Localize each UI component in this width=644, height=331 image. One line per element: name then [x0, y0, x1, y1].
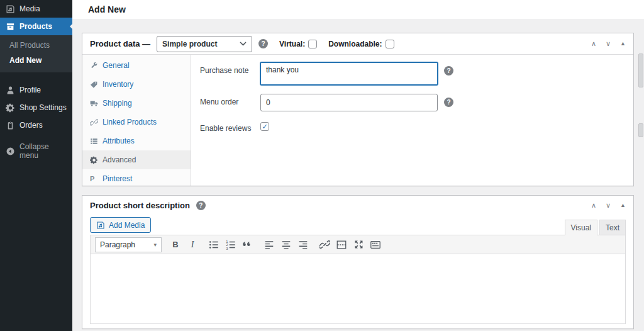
media-icon [6, 4, 15, 14]
tab-general[interactable]: General [82, 56, 191, 75]
help-icon[interactable]: ? [196, 201, 206, 210]
tab-label: Attributes [103, 137, 135, 145]
bold-button[interactable]: B [167, 237, 184, 252]
editor-container: Paragraph ▾ B I 123 [90, 235, 626, 324]
downloadable-label: Downloadable: [328, 40, 382, 48]
purchase-note-label: Purchase note [191, 62, 260, 75]
italic-button[interactable]: I [184, 237, 201, 252]
virtual-checkbox[interactable] [308, 40, 317, 48]
toggle-panel-icon[interactable]: ▲ [620, 41, 626, 47]
sidebar-item-products[interactable]: Products [0, 18, 72, 35]
tab-label: Pinterest [103, 174, 132, 183]
tab-shipping[interactable]: Shipping [82, 94, 191, 113]
editor-tools: Add Media Visual Text [90, 217, 626, 235]
products-icon [6, 22, 15, 31]
chevron-down-icon [240, 42, 247, 46]
submenu-item-add-new[interactable]: Add New [0, 53, 72, 68]
move-up-icon[interactable]: ∧ [591, 40, 596, 47]
editor-toolbar: Paragraph ▾ B I 123 [91, 235, 625, 254]
list-view-icon [90, 137, 98, 145]
tab-visual[interactable]: Visual [565, 220, 597, 235]
help-icon[interactable]: ? [444, 66, 453, 76]
orders-icon [6, 121, 15, 130]
sidebar-item-label: Profile [19, 86, 41, 94]
help-icon[interactable]: ? [444, 98, 453, 107]
paragraph-format-value: Paragraph [100, 240, 135, 249]
short-description-panel: Product short description ? ∧ ∨ ▲ Add Me… [82, 195, 634, 329]
products-submenu: All Products Add New [0, 35, 72, 72]
purchase-note-input[interactable]: thank you [260, 62, 438, 85]
enable-reviews-checkbox[interactable] [260, 122, 269, 131]
numbered-list-button[interactable]: 123 [223, 237, 239, 252]
virtual-label: Virtual: [279, 40, 305, 48]
postbox-handles: ∧ ∨ ▲ [591, 40, 626, 47]
fullscreen-button[interactable] [350, 237, 367, 252]
tab-label: Inventory [103, 80, 133, 89]
tab-label: Linked Products [103, 118, 157, 126]
insert-link-button[interactable] [316, 237, 333, 252]
tab-label: Shipping [103, 99, 132, 108]
sidebar-item-shop-settings[interactable]: Shop Settings [0, 99, 72, 116]
virtual-option[interactable]: Virtual: [279, 40, 317, 48]
product-data-title: Product data — [90, 39, 150, 48]
editor-content[interactable] [91, 254, 625, 323]
menu-order-input[interactable] [260, 94, 438, 111]
tag-icon [90, 81, 98, 89]
product-data-header: Product data — Simple product ? Virtual:… [82, 33, 633, 55]
downloadable-checkbox[interactable] [386, 40, 394, 48]
enable-reviews-label: Enable reviews [191, 120, 260, 133]
move-down-icon[interactable]: ∨ [606, 40, 611, 47]
media-icon [96, 221, 105, 230]
add-media-button[interactable]: Add Media [90, 217, 151, 233]
downloadable-option[interactable]: Downloadable: [328, 40, 394, 48]
tab-attributes[interactable]: Attributes [82, 132, 191, 150]
move-up-icon[interactable]: ∧ [591, 202, 596, 209]
scrollbar-thumb[interactable] [638, 53, 643, 87]
tab-label: General [103, 61, 130, 70]
product-data-panel: Product data — Simple product ? Virtual:… [82, 33, 634, 186]
sidebar-item-orders[interactable]: Orders [0, 116, 72, 134]
scrollbar-thumb-lower[interactable] [638, 123, 643, 137]
link-icon [90, 118, 98, 126]
submenu-item-all-products[interactable]: All Products [0, 38, 72, 53]
postbox-handles: ∧ ∨ ▲ [591, 202, 626, 209]
sidebar-item-profile[interactable]: Profile [0, 81, 72, 99]
add-media-label: Add Media [109, 221, 145, 230]
sidebar-item-label: Shop Settings [19, 103, 67, 112]
admin-sidebar: Media Products All Products Add New Prof… [0, 0, 72, 331]
align-center-button[interactable] [278, 237, 294, 252]
toggle-panel-icon[interactable]: ▲ [620, 203, 626, 208]
help-icon[interactable]: ? [258, 39, 268, 48]
tab-pinterest[interactable]: P Pinterest [82, 169, 191, 188]
paragraph-format-select[interactable]: Paragraph ▾ [95, 237, 162, 252]
blockquote-button[interactable] [240, 237, 256, 252]
truck-icon [90, 99, 98, 108]
toolbar-toggle-button[interactable] [367, 237, 384, 252]
read-more-button[interactable] [333, 237, 350, 252]
enable-reviews-row: Enable reviews [191, 120, 633, 133]
tab-linked-products[interactable]: Linked Products [82, 113, 191, 132]
caret-down-icon: ▾ [153, 242, 157, 248]
product-type-select[interactable]: Simple product [157, 36, 252, 52]
tab-advanced[interactable]: Advanced [82, 150, 191, 169]
gear-icon [90, 156, 98, 164]
sidebar-item-collapse-menu[interactable]: Collapse menu [0, 142, 72, 160]
bullet-list-button[interactable] [206, 237, 222, 252]
product-data-tabs: General Inventory Shipping Linked Produc… [82, 55, 191, 186]
pinterest-icon: P [90, 175, 98, 183]
collapse-menu-icon [6, 147, 15, 156]
sidebar-item-label: Orders [19, 121, 43, 130]
sidebar-item-label: Collapse menu [19, 142, 67, 160]
page-title: Add New [88, 4, 126, 14]
tab-text[interactable]: Text [599, 220, 626, 235]
sidebar-item-media[interactable]: Media [0, 0, 72, 18]
align-left-button[interactable] [261, 237, 277, 252]
move-down-icon[interactable]: ∨ [606, 202, 611, 209]
product-data-body: General Inventory Shipping Linked Produc… [82, 55, 633, 186]
align-right-button[interactable] [295, 237, 311, 252]
tab-inventory[interactable]: Inventory [82, 75, 191, 94]
profile-icon [6, 86, 15, 95]
short-description-title: Product short description [90, 201, 190, 210]
advanced-tab-panel: Purchase note thank you ? Menu order ? E… [191, 55, 633, 186]
wrench-icon [90, 62, 98, 70]
